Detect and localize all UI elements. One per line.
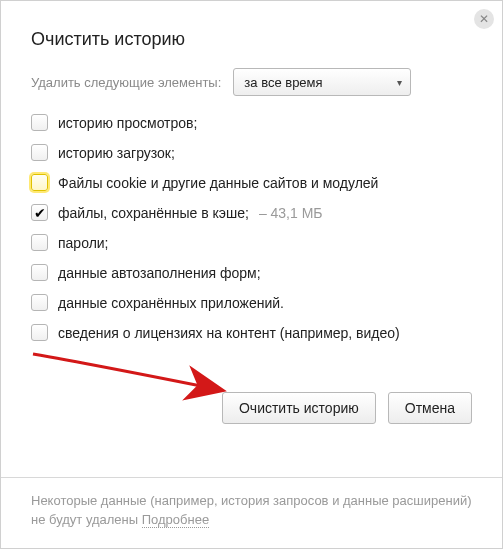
footer-note: Некоторые данные (например, история запр…	[1, 477, 502, 548]
time-range-select[interactable]: за все время ▾	[233, 68, 411, 96]
checkbox-cache[interactable]: ✔	[31, 204, 48, 221]
close-icon: ✕	[479, 13, 489, 25]
clear-history-button[interactable]: Очистить историю	[222, 392, 376, 424]
clear-history-button-label: Очистить историю	[239, 400, 359, 416]
checkbox-label-history: историю просмотров;	[58, 115, 197, 131]
annotation-arrow-wrap	[1, 354, 502, 392]
checkbox-cookies[interactable]	[31, 174, 48, 191]
clear-history-dialog: ✕ Очистить историю Удалить следующие эле…	[0, 0, 503, 549]
checkbox-label-passwords: пароли;	[58, 235, 109, 251]
checkbox-licenses[interactable]	[31, 324, 48, 341]
checkbox-downloads[interactable]	[31, 144, 48, 161]
cancel-button-label: Отмена	[405, 400, 455, 416]
range-row: Удалить следующие элементы: за все время…	[1, 68, 502, 114]
check-row-licenses: сведения о лицензиях на контент (наприме…	[31, 324, 472, 341]
select-value: за все время	[244, 75, 322, 90]
footer-more-link[interactable]: Подробнее	[142, 512, 209, 528]
close-button[interactable]: ✕	[474, 9, 494, 29]
check-row-downloads: историю загрузок;	[31, 144, 472, 161]
checkbox-label-cache: файлы, сохранённые в кэше;	[58, 205, 249, 221]
cancel-button[interactable]: Отмена	[388, 392, 472, 424]
check-row-cache: ✔файлы, сохранённые в кэше; – 43,1 МБ	[31, 204, 472, 221]
checkbox-history[interactable]	[31, 114, 48, 131]
check-row-passwords: пароли;	[31, 234, 472, 251]
check-row-apps: данные сохранённых приложений.	[31, 294, 472, 311]
check-row-history: историю просмотров;	[31, 114, 472, 131]
checkbox-autofill[interactable]	[31, 264, 48, 281]
button-row: Очистить историю Отмена	[1, 392, 502, 444]
checkbox-sublabel-cache: – 43,1 МБ	[259, 205, 323, 221]
checkbox-label-apps: данные сохранённых приложений.	[58, 295, 284, 311]
checkbox-passwords[interactable]	[31, 234, 48, 251]
footer-text: Некоторые данные (например, история запр…	[31, 493, 472, 527]
range-label: Удалить следующие элементы:	[31, 75, 221, 90]
check-row-autofill: данные автозаполнения форм;	[31, 264, 472, 281]
checkbox-apps[interactable]	[31, 294, 48, 311]
checkbox-label-autofill: данные автозаполнения форм;	[58, 265, 261, 281]
checkbox-label-licenses: сведения о лицензиях на контент (наприме…	[58, 325, 400, 341]
check-row-cookies: Файлы cookie и другие данные сайтов и мо…	[31, 174, 472, 191]
chevron-down-icon: ▾	[397, 77, 402, 88]
checkbox-list: историю просмотров;историю загрузок;Файл…	[1, 114, 502, 341]
checkbox-label-cookies: Файлы cookie и другие данные сайтов и мо…	[58, 175, 378, 191]
dialog-title: Очистить историю	[1, 1, 502, 68]
checkbox-label-downloads: историю загрузок;	[58, 145, 175, 161]
